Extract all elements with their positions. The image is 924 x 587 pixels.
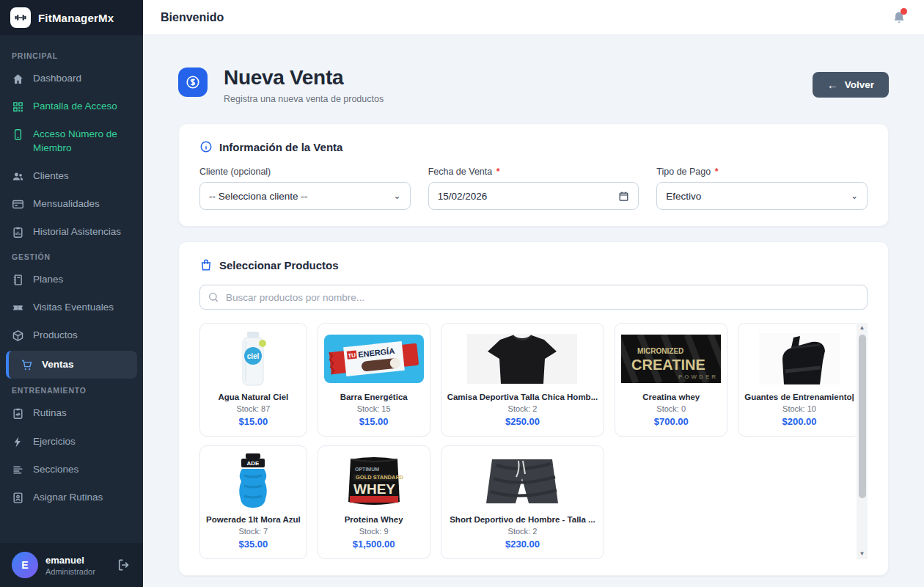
sidebar-user-panel: E emanuel Administrador [0,543,143,587]
calendar-icon[interactable] [618,191,629,202]
page-title: Nueva Venta [224,66,384,90]
svg-text:MICRONIZED: MICRONIZED [637,347,683,355]
payment-type-select[interactable]: Efectivo ⌄ [656,182,868,210]
sale-info-title: Información de la Venta [199,140,868,153]
scroll-down-icon[interactable]: ▼ [859,549,865,559]
notification-dot [901,8,907,15]
topbar: Bienvenido [143,0,924,35]
avatar: E [12,552,38,578]
product-card-barra-energetica[interactable]: TUENERGÍA Barra Energética Stock: 15 $15… [318,323,430,437]
clipboard-chart-icon [12,226,24,238]
person-badge-icon [12,492,24,504]
user-name: emanuel [45,555,109,566]
search-icon [208,291,219,303]
dollar-circle-icon [178,68,208,97]
product-image-training-glove [744,331,854,387]
home-icon [12,73,24,85]
sidebar-item-clientes[interactable]: Clientes [0,162,143,190]
sidebar-item-historial-asistencias[interactable]: Historial Asistencias [0,218,143,246]
sidebar-item-asignar-rutinas[interactable]: Asignar Rutinas [0,484,143,511]
qr-code-icon [12,101,24,113]
chevron-down-icon: ⌄ [394,191,401,201]
product-selection-title: Seleccionar Productos [199,258,868,271]
arrow-left-icon: ← [827,79,838,90]
app-logo-icon [10,7,31,28]
date-field-label: Fecha de Venta * [428,167,639,177]
nav-section-principal: PRINCIPAL [0,45,143,65]
sidebar-nav: PRINCIPAL Dashboard Pantalla de Acceso A… [0,35,143,543]
sidebar-logo-area: FitManagerMx [0,0,143,35]
users-icon [12,170,24,183]
topbar-title: Bienvenido [161,11,224,24]
product-card-proteina-whey[interactable]: OPTIMUMGOLD STANDARDWHEY Proteina Whey S… [318,445,430,559]
list-icon [12,464,24,476]
clipboard-icon [12,407,24,420]
product-search-input[interactable] [199,285,868,310]
svg-text:CREATINE: CREATINE [631,357,705,373]
product-image-protein-tub: OPTIMUMGOLD STANDARDWHEY [324,453,424,509]
product-image-sports-drink: ADE [206,453,301,509]
sale-info-card: Información de la Venta Cliente (opciona… [178,123,889,227]
sidebar: FitManagerMx PRINCIPAL Dashboard Pantall… [0,0,143,587]
back-button[interactable]: ← Volver [813,72,889,98]
bolt-icon [12,436,24,448]
client-select[interactable]: -- Selecciona cliente -- ⌄ [199,182,411,210]
app-name: FitManagerMx [38,12,114,24]
products-scroll-area: ciel Agua Natural Ciel Stock: 87 $15.00 … [199,323,868,559]
svg-text:OPTIMUM: OPTIMUM [355,467,379,472]
mobile-icon [12,128,24,141]
product-image-water-bottle: ciel [206,331,301,387]
sidebar-item-dashboard[interactable]: Dashboard [0,65,143,92]
nav-section-entrenamiento: ENTRENAMIENTO [0,380,143,399]
box-icon [12,329,24,342]
info-circle-icon [199,140,213,153]
ticket-icon [12,302,24,314]
sidebar-item-planes[interactable]: Planes [0,266,143,294]
notifications-bell-icon[interactable] [892,10,906,25]
page-subtitle: Registra una nueva venta de productos [224,94,384,104]
sidebar-item-secciones[interactable]: Secciones [0,456,143,484]
product-card-powerade[interactable]: ADE Powerade 1lt Mora Azul Stock: 7 $35.… [199,445,307,559]
svg-text:TU: TU [348,352,356,360]
product-image-energy-bar: TUENERGÍA [324,331,424,387]
product-card-guantes-entrenamiento[interactable]: Guantes de Entrenamiento| Stock: 10 $200… [738,323,861,437]
product-card-agua-natural-ciel[interactable]: ciel Agua Natural Ciel Stock: 87 $15.00 [199,323,307,437]
sidebar-item-acceso-numero-miembro[interactable]: Acceso Número de Miembro [0,120,143,161]
product-card-creatina-whey[interactable]: MICRONIZEDCREATINEPOWDER Creatina whey S… [615,323,727,437]
logout-icon[interactable] [117,558,131,572]
card-icon [12,198,24,211]
main-content: Nueva Venta Registra una nueva venta de … [143,0,924,587]
svg-text:GOLD STANDARD: GOLD STANDARD [356,474,404,481]
product-image-tshirt [447,331,598,387]
nav-section-gestion: GESTIÓN [0,247,143,266]
sidebar-item-pantalla-de-acceso[interactable]: Pantalla de Acceso [0,92,143,120]
user-role: Administrador [45,567,109,576]
scroll-up-icon[interactable]: ▲ [859,323,865,333]
svg-text:WHEY: WHEY [353,481,395,497]
chevron-down-icon: ⌄ [851,191,858,201]
shopping-bag-icon [199,258,213,271]
svg-text:POWDER: POWDER [678,373,718,380]
cart-icon [21,359,33,371]
scrollbar-thumb[interactable] [859,335,866,498]
product-card-camisa-deportiva[interactable]: Camisa Deportiva Talla Chica Homb... Sto… [441,323,605,437]
sidebar-item-visitas-eventuales[interactable]: Visitas Eventuales [0,294,143,321]
client-field-label: Cliente (opcional) [199,167,411,177]
product-selection-card: Seleccionar Productos ciel Agua Natural … [178,241,889,576]
payment-field-label: Tipo de Pago * [656,167,868,177]
products-scrollbar[interactable]: ▲ ▼ [857,323,868,559]
page-header: Nueva Venta Registra una nueva venta de … [178,66,889,104]
sidebar-item-rutinas[interactable]: Rutinas [0,399,143,427]
sidebar-item-productos[interactable]: Productos [0,321,143,349]
sidebar-item-mensualidades[interactable]: Mensualidades [0,190,143,218]
sidebar-item-ventas[interactable]: Ventas [6,351,137,379]
svg-text:ADE: ADE [247,460,260,467]
notebook-icon [12,274,24,286]
sidebar-item-ejercicios[interactable]: Ejercicios [0,428,143,456]
product-card-short-deportivo[interactable]: Short Deportivo de Hombre - Talla ... St… [441,445,605,559]
svg-text:ciel: ciel [247,352,260,360]
product-image-creatine-jar: MICRONIZEDCREATINEPOWDER [621,331,721,387]
sale-date-input[interactable]: 15/02/2026 [428,182,639,210]
product-image-shorts [447,453,598,509]
